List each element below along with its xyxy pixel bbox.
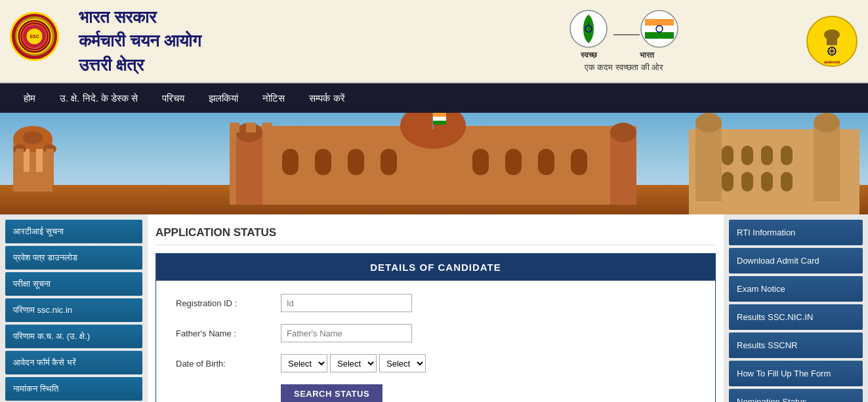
svg-point-45 — [610, 123, 636, 142]
dob-selects: Select Select Select — [281, 354, 426, 372]
svg-rect-35 — [46, 149, 54, 185]
svg-point-31 — [23, 131, 43, 144]
title-line1: भारत सरकार — [79, 5, 442, 29]
svg-rect-48 — [348, 149, 364, 175]
dob-month-select[interactable]: Select — [330, 354, 377, 372]
svg-rect-69 — [781, 172, 793, 191]
svg-rect-13 — [645, 32, 674, 39]
svg-rect-12 — [645, 26, 674, 32]
svg-rect-40 — [433, 117, 446, 121]
svg-rect-51 — [505, 149, 522, 175]
nav-item-contact[interactable]: सम्पर्क करें — [299, 86, 355, 111]
svg-point-59 — [695, 113, 722, 132]
svg-rect-30 — [36, 149, 43, 172]
registration-input[interactable] — [281, 294, 412, 312]
svg-rect-18 — [827, 39, 837, 45]
center-content: APPLICATION STATUS DETAILS OF CANDIDATE … — [148, 214, 724, 402]
fathers-label: Father's Name : — [176, 329, 281, 338]
svg-rect-53 — [571, 149, 587, 175]
dob-year-select[interactable]: Select — [379, 354, 426, 372]
nav-item-notice[interactable]: नोटिस — [252, 86, 295, 111]
candidate-form: DETAILS OF CANDIDATE Registration ID : F… — [155, 253, 716, 402]
svg-rect-55 — [246, 123, 256, 132]
sidebar-btn-results-ssc[interactable]: परिणाम ssc.nic.in — [5, 298, 142, 322]
svg-rect-68 — [761, 172, 773, 191]
right-btn-rti[interactable]: RTI Information — [729, 220, 863, 245]
registration-label: Registration ID : — [176, 298, 281, 308]
dob-row: Date of Birth: Select Select Select — [176, 354, 695, 372]
bharat-text: भारत — [640, 50, 679, 60]
nav-item-home[interactable]: होम — [13, 86, 46, 111]
navbar: होम उ. क्षे. निदे. के डेस्क से परिचय झलक… — [0, 83, 868, 113]
svg-rect-54 — [230, 123, 239, 132]
svg-rect-33 — [16, 149, 24, 185]
svg-rect-46 — [282, 149, 299, 175]
svg-text:SSC: SSC — [30, 34, 39, 39]
left-sidebar: आरटीआई सूचना प्रवेश पत्र डाउनलोड परीक्षा… — [0, 214, 148, 402]
nav-item-glimpses[interactable]: झलकियां — [198, 86, 249, 111]
nav-item-about[interactable]: परिचय — [152, 86, 195, 111]
svg-rect-47 — [315, 149, 331, 175]
form-body: Registration ID : Father's Name : Date o… — [156, 281, 715, 402]
svg-rect-67 — [741, 172, 753, 191]
registration-row: Registration ID : — [176, 294, 695, 312]
right-btn-download-admit[interactable]: Download Admit Card — [729, 248, 863, 273]
ashoka-emblem: सत्यमेव जयते — [806, 15, 858, 68]
svg-rect-62 — [722, 146, 734, 165]
svg-point-61 — [814, 113, 840, 132]
svg-point-17 — [824, 30, 840, 40]
svg-rect-44 — [610, 132, 636, 205]
svg-rect-56 — [262, 123, 272, 132]
right-btn-nomination-status[interactable]: Nomination Status — [729, 389, 863, 402]
sidebar-btn-exam[interactable]: परीक्षा सूचना — [5, 272, 142, 296]
right-btn-exam-notice[interactable]: Exam Notice — [729, 276, 863, 302]
svg-rect-11 — [645, 19, 674, 26]
svg-rect-58 — [695, 123, 722, 201]
fathers-name-input[interactable] — [281, 324, 412, 342]
swachh-text: स्वच्छ — [569, 50, 608, 60]
dob-day-select[interactable]: Select — [281, 354, 327, 372]
sidebar-btn-how-to[interactable]: आवेदन फॉर्म कैसे भरें — [5, 351, 142, 374]
header-title: भारत सरकार कर्मचारी चयन आयोग उत्तरी क्षे… — [79, 5, 442, 77]
svg-text:सत्यमेव जयते: सत्यमेव जयते — [823, 60, 840, 64]
svg-rect-49 — [381, 149, 397, 175]
dob-label: Date of Birth: — [176, 359, 281, 369]
right-btn-how-to-fill[interactable]: How To Fill Up The Form — [729, 361, 863, 386]
right-btn-results-sscnr[interactable]: Results SSCNR — [729, 332, 863, 358]
svg-rect-60 — [814, 123, 840, 201]
title-line3: उत्तरी क्षेत्र — [79, 53, 442, 77]
svg-rect-66 — [722, 172, 734, 191]
sidebar-btn-admit[interactable]: प्रवेश पत्र डाउनलोड — [5, 246, 142, 270]
right-sidebar: RTI Information Download Admit Card Exam… — [724, 214, 868, 402]
svg-rect-39 — [433, 113, 446, 117]
svg-rect-64 — [761, 146, 773, 165]
svg-rect-52 — [538, 149, 554, 175]
section-title: APPLICATION STATUS — [155, 220, 716, 245]
svg-rect-41 — [433, 121, 446, 125]
tagline-text: एक कदम स्वच्छता की ओर — [585, 62, 663, 73]
sidebar-btn-nomination[interactable]: नामांकन स्थिति — [5, 377, 142, 401]
sidebar-btn-rti[interactable]: आरटीआई सूचना — [5, 220, 142, 243]
form-title: DETAILS OF CANDIDATE — [156, 254, 715, 281]
right-btn-results-sscnic[interactable]: Results SSC.NIC.IN — [729, 304, 863, 330]
main-content: आरटीआई सूचना प्रवेश पत्र डाउनलोड परीक्षा… — [0, 214, 868, 402]
banner — [0, 113, 868, 214]
fathers-name-row: Father's Name : — [176, 324, 695, 342]
nav-item-desk[interactable]: उ. क्षे. निदे. के डेस्क से — [49, 86, 148, 111]
svg-rect-63 — [741, 146, 753, 165]
title-line2: कर्मचारी चयन आयोग — [79, 29, 442, 52]
svg-rect-65 — [781, 146, 793, 165]
svg-rect-42 — [236, 132, 262, 205]
search-status-button[interactable]: SEARCH STATUS — [281, 384, 382, 402]
swachh-bharat-logo: स्वच्छ भारत एक कदम स्वच्छत — [442, 9, 806, 73]
svg-rect-50 — [472, 149, 489, 175]
header: SSC भारत सरकार कर्मचारी चयन आयोग उत्तरी … — [0, 0, 868, 83]
sidebar-btn-results-kcha[interactable]: परिणाम क.च. अ. (उ. क्षे.) — [5, 325, 142, 348]
ssc-logo: SSC — [10, 12, 69, 71]
